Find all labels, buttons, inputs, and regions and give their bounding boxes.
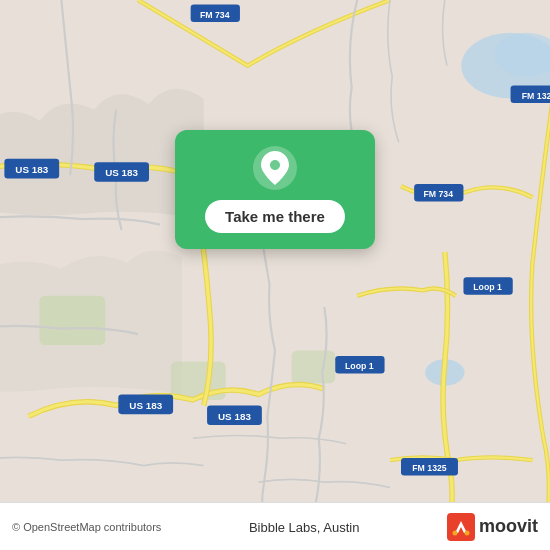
location-pin-icon (261, 151, 289, 185)
svg-text:US 183: US 183 (105, 167, 138, 178)
bottom-bar: © OpenStreetMap contributors Bibble Labs… (0, 502, 550, 550)
svg-rect-6 (291, 351, 335, 384)
svg-text:FM 1325: FM 1325 (522, 91, 550, 101)
svg-text:Loop 1: Loop 1 (473, 282, 502, 292)
map-background: US 183 US 183 US 183 US 183 FM 734 FM 73… (0, 0, 550, 550)
moovit-icon (447, 513, 475, 541)
svg-text:FM 734: FM 734 (423, 189, 453, 199)
take-me-there-button[interactable]: Take me there (205, 200, 345, 233)
moovit-logo: moovit (447, 513, 538, 541)
svg-text:US 183: US 183 (129, 400, 162, 411)
attribution-text: © OpenStreetMap contributors (12, 521, 161, 533)
svg-text:FM 734: FM 734 (200, 10, 230, 20)
svg-text:Loop 1: Loop 1 (345, 361, 374, 371)
svg-text:US 183: US 183 (15, 164, 48, 175)
info-card: Take me there (175, 130, 375, 249)
svg-text:US 183: US 183 (218, 411, 251, 422)
svg-point-30 (464, 530, 469, 535)
moovit-text: moovit (479, 516, 538, 537)
map-container: US 183 US 183 US 183 US 183 FM 734 FM 73… (0, 0, 550, 550)
svg-text:FM 1325: FM 1325 (412, 463, 447, 473)
place-name-container: Bibble Labs, Austin (249, 518, 360, 536)
location-icon-wrapper (253, 146, 297, 190)
svg-rect-4 (39, 296, 105, 345)
svg-point-29 (452, 530, 457, 535)
place-name: Bibble Labs, Austin (249, 520, 360, 535)
